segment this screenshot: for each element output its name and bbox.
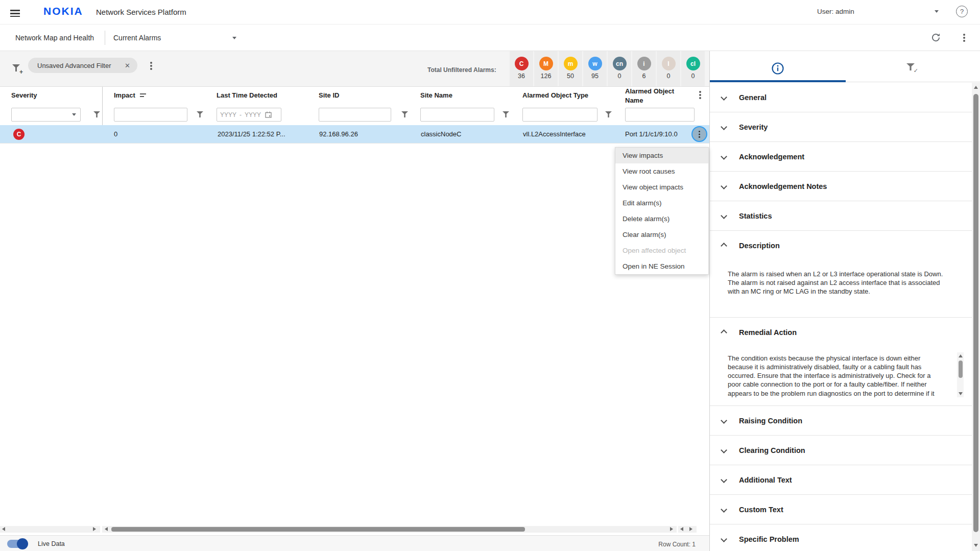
badge-warning-count: 95 <box>591 73 599 80</box>
cell-alarmed-object-type: vll.L2AccessInterface <box>523 130 586 138</box>
badge-minor-count: 50 <box>567 73 574 80</box>
section-raising-condition[interactable]: Raising Condition <box>710 406 972 436</box>
site-id-filter-funnel-icon[interactable] <box>401 111 408 117</box>
nav-section-label[interactable]: Network Map and Health <box>15 34 94 42</box>
scroll-down-icon[interactable] <box>974 544 978 547</box>
row-actions-button[interactable] <box>691 126 707 142</box>
row-context-menu: View impacts View root causes View objec… <box>615 147 709 275</box>
section-clearing-condition[interactable]: Clearing Condition <box>710 436 972 465</box>
info-icon <box>771 62 784 75</box>
badge-condition[interactable]: cn 0 <box>608 51 631 86</box>
tab-info[interactable] <box>771 62 784 77</box>
date-range-filter[interactable]: YYYY - YYYY <box>217 108 281 122</box>
menu-item-open-affected-object[interactable]: Open affected object <box>615 243 708 258</box>
remove-filter-icon[interactable]: ✕ <box>125 62 130 69</box>
nav-divider <box>105 31 105 45</box>
badge-condition-icon: cn <box>613 57 627 70</box>
user-menu-label[interactable]: User: admin <box>817 8 854 15</box>
scroll-right-icon[interactable] <box>670 527 673 531</box>
section-acknowledgement-notes[interactable]: Acknowledgement Notes <box>710 172 972 201</box>
section-statistics[interactable]: Statistics <box>710 201 972 231</box>
badge-cleared[interactable]: cl 0 <box>681 51 705 86</box>
section-description[interactable]: Description <box>710 231 972 260</box>
view-selector[interactable]: Current Alarms <box>113 34 161 42</box>
alarm-table-row[interactable]: C 0 2023/11/25 1:22:52 P... 92.168.96.26… <box>0 125 709 143</box>
scroll-up-icon[interactable] <box>974 86 978 89</box>
live-data-label: Live Data <box>38 540 65 547</box>
section-remedial-action[interactable]: Remedial Action <box>710 318 972 347</box>
nav-overflow-menu-icon[interactable] <box>963 34 965 36</box>
tab-filter[interactable]: ✓ <box>906 63 915 71</box>
column-header-alarmed-object-name[interactable]: Alarmed Object Name <box>625 87 676 105</box>
section-custom-text[interactable]: Custom Text <box>710 495 972 524</box>
alarmed-object-type-filter-funnel-icon[interactable] <box>605 111 612 117</box>
severity-filter-funnel-icon[interactable] <box>93 111 100 117</box>
site-name-filter-funnel-icon[interactable] <box>503 111 509 117</box>
badge-warning[interactable]: w 95 <box>583 51 607 86</box>
advanced-filter-chip[interactable]: Unsaved Advanced Filter ✕ <box>28 58 137 73</box>
column-header-last-time-detected[interactable]: Last Time Detected <box>217 91 277 99</box>
scroll-down-icon[interactable] <box>959 392 963 395</box>
sort-icon[interactable] <box>140 93 146 97</box>
menu-item-view-impacts[interactable]: View impacts <box>615 148 708 163</box>
scroll-left-icon[interactable] <box>2 527 5 531</box>
refresh-button[interactable] <box>930 32 941 45</box>
scrollbar-thumb[interactable] <box>959 361 963 378</box>
menu-item-view-object-impacts[interactable]: View object impacts <box>615 179 708 195</box>
scroll-right-icon[interactable] <box>93 527 96 531</box>
badge-major[interactable]: M 126 <box>534 51 558 86</box>
chevron-down-icon <box>721 153 727 160</box>
impact-filter-input[interactable] <box>114 108 187 122</box>
scroll-up-icon[interactable] <box>959 354 963 357</box>
row-count-label: Row Count: 1 <box>633 541 696 548</box>
section-general[interactable]: General <box>710 83 972 112</box>
view-selector-caret-icon[interactable] <box>232 37 236 39</box>
section-additional-text[interactable]: Additional Text <box>710 465 972 495</box>
calendar-icon[interactable] <box>265 111 272 118</box>
menu-item-clear-alarms[interactable]: Clear alarm(s) <box>615 227 708 243</box>
badge-minor[interactable]: m 50 <box>559 51 582 86</box>
alarmed-object-name-filter-input[interactable] <box>625 108 695 122</box>
chevron-up-icon <box>721 243 727 249</box>
panel-scrollbar-thumb[interactable] <box>973 94 978 532</box>
column-header-impact[interactable]: Impact <box>114 91 135 99</box>
add-filter-icon[interactable]: + <box>12 64 20 73</box>
panel-scrollbar[interactable] <box>972 83 980 551</box>
badge-indeterminate[interactable]: I 0 <box>657 51 680 86</box>
site-id-filter-input[interactable] <box>319 108 391 122</box>
impact-filter-funnel-icon[interactable] <box>197 111 203 117</box>
menu-item-delete-alarms[interactable]: Delete alarm(s) <box>615 211 708 227</box>
section-specific-problem[interactable]: Specific Problem <box>710 524 972 551</box>
help-icon[interactable]: ? <box>956 6 968 17</box>
column-header-alarmed-object-type[interactable]: Alarmed Object Type <box>522 91 588 99</box>
remedial-scrollbar[interactable] <box>957 352 964 397</box>
column-settings-icon[interactable] <box>699 91 701 93</box>
panel-accordion: General Severity Acknowledgement Acknowl… <box>710 83 972 551</box>
date-dash: - <box>240 111 242 118</box>
scroll-left-icon[interactable] <box>680 527 683 531</box>
badge-info[interactable]: i 6 <box>632 51 656 86</box>
live-data-toggle[interactable] <box>7 540 27 548</box>
alarmed-object-type-filter-input[interactable] <box>522 108 597 122</box>
column-header-site-name[interactable]: Site Name <box>420 91 452 99</box>
site-name-filter-input[interactable] <box>420 108 494 122</box>
scroll-right-icon[interactable] <box>689 527 692 531</box>
menu-item-edit-alarms[interactable]: Edit alarm(s) <box>615 195 708 211</box>
user-menu-caret-icon[interactable] <box>935 10 939 13</box>
menu-item-open-in-ne-session[interactable]: Open in NE Session <box>615 258 708 274</box>
filter-overflow-menu-icon[interactable] <box>150 62 152 64</box>
column-header-severity[interactable]: Severity <box>11 91 37 99</box>
main-hscrollbar-thumb[interactable] <box>111 527 525 532</box>
hamburger-menu-icon[interactable] <box>10 8 20 19</box>
cell-impact: 0 <box>114 130 117 138</box>
section-acknowledgement[interactable]: Acknowledgement <box>710 142 972 172</box>
badge-critical[interactable]: C 36 <box>510 51 533 86</box>
column-header-site-id[interactable]: Site ID <box>319 91 339 99</box>
alarm-count-badges: C 36 M 126 m 50 w 95 cn 0 i 6 <box>510 51 706 86</box>
section-severity[interactable]: Severity <box>710 112 972 142</box>
severity-filter-select[interactable] <box>11 108 81 122</box>
description-content: The alarm is raised when an L2 or L3 int… <box>710 260 972 318</box>
menu-item-view-root-causes[interactable]: View root causes <box>615 163 708 179</box>
scroll-left-icon[interactable] <box>105 527 108 531</box>
frozen-hscrollbar[interactable] <box>0 526 100 533</box>
